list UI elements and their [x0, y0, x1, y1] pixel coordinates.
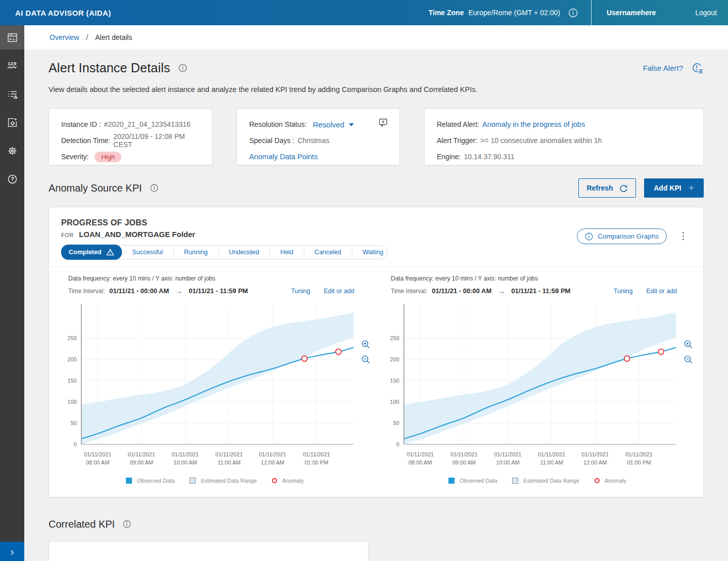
- svg-text:250: 250: [390, 335, 399, 341]
- svg-text:09:00 AM: 09:00 AM: [130, 459, 153, 465]
- false-alert-button[interactable]: False Alert?: [643, 62, 704, 74]
- zoom-out-icon[interactable]: [361, 355, 371, 364]
- page-title-info-icon[interactable]: [178, 64, 187, 72]
- tuning-link[interactable]: Tuning: [291, 288, 310, 295]
- sidebar-item-alert-list[interactable]: [0, 82, 24, 106]
- info-icon: [585, 232, 593, 241]
- anomaly-source-kpi-info-icon[interactable]: [150, 184, 158, 192]
- add-kpi-button[interactable]: Add KPI +: [644, 178, 704, 198]
- tab-waiting[interactable]: Waiting: [352, 245, 394, 259]
- severity-label: Severity:: [61, 153, 88, 161]
- correlated-kpi-card: [49, 541, 369, 561]
- sidebar-item-help[interactable]: ?: [0, 167, 24, 191]
- svg-text:150: 150: [390, 378, 399, 384]
- numbers-trend-icon: 123: [6, 60, 18, 72]
- time-zone-label: Time Zone: [429, 9, 464, 17]
- resolution-card: Resolution Status: Resolved Special Days…: [237, 109, 400, 165]
- svg-text:01/11/2021: 01/11/2021: [494, 451, 521, 457]
- legend-label: Estimated Data Range: [201, 478, 257, 484]
- plus-icon: +: [689, 182, 694, 194]
- time-zone-info-icon[interactable]: [568, 8, 578, 18]
- anomaly-source-kpi-card: PROGRESS OF JOBS FOR LOAN_AND_MORTGAGE F…: [49, 207, 704, 497]
- sidebar-item-kpi-metrics[interactable]: 123: [0, 54, 24, 78]
- engine-label: Engine:: [437, 153, 461, 161]
- help-icon: ?: [7, 173, 18, 185]
- overflow-menu-icon[interactable]: ⋮: [678, 230, 688, 242]
- zoom-out-icon[interactable]: [684, 355, 693, 364]
- svg-text:100: 100: [390, 399, 399, 405]
- add-kpi-label: Add KPI: [654, 184, 681, 192]
- anomaly-swatch: [595, 478, 600, 483]
- svg-text:250: 250: [68, 335, 77, 341]
- anomaly-point: [302, 356, 307, 361]
- svg-text:11:00 AM: 11:00 AM: [217, 459, 240, 465]
- chart-legend: Observed DataEstimated Data RangeAnomaly: [61, 478, 369, 484]
- severity-badge: High: [95, 152, 121, 162]
- correlated-kpi-info-icon[interactable]: [123, 520, 131, 528]
- breadcrumb-overview-link[interactable]: Overview: [50, 33, 79, 41]
- tab-held[interactable]: Held: [269, 245, 304, 259]
- sidebar-item-kpi-config[interactable]: [0, 110, 24, 134]
- edit-or-add-link[interactable]: Edit or add: [647, 288, 677, 295]
- tab-successful[interactable]: Successful: [122, 245, 173, 259]
- comparison-graphs-button[interactable]: Comparison Graphs: [577, 228, 667, 244]
- svg-text:10:00 AM: 10:00 AM: [496, 459, 519, 465]
- instance-id-value: #2020_21_04_1235413316: [104, 120, 191, 128]
- resolution-status-select[interactable]: Resolved: [313, 120, 354, 129]
- anomaly-data-points-link[interactable]: Anomaly Data Points: [249, 153, 317, 161]
- app-title: AI DATA ADVISOR (AIDA): [15, 9, 111, 17]
- sidebar-expand-button[interactable]: ›: [0, 542, 24, 561]
- logout-button[interactable]: Logout: [695, 9, 717, 17]
- kpi-line-chart: 05010015020025001/11/202108:00 AM01/11/2…: [384, 301, 691, 469]
- svg-text:01/11/2021: 01/11/2021: [450, 451, 478, 457]
- svg-text:01:00 PM: 01:00 PM: [304, 459, 328, 465]
- series-swatch: [512, 478, 518, 484]
- tab-running[interactable]: Running: [173, 245, 218, 259]
- series-swatch: [190, 478, 196, 484]
- resolution-status-label: Resolution Status:: [249, 120, 307, 128]
- time-interval-label: Time Interval:: [68, 288, 105, 295]
- svg-text:200: 200: [390, 356, 399, 362]
- tab-label: Completed: [69, 249, 102, 256]
- zoom-in-icon[interactable]: [684, 340, 693, 349]
- dashboard-icon: [7, 32, 18, 43]
- svg-text:01/11/2021: 01/11/2021: [84, 451, 111, 457]
- warning-icon: [106, 249, 114, 256]
- svg-text:12:00 AM: 12:00 AM: [583, 459, 607, 465]
- svg-text:50: 50: [71, 420, 77, 426]
- sidebar-item-dashboard[interactable]: [0, 25, 24, 50]
- tab-label: Canceled: [314, 249, 341, 256]
- svg-text:0: 0: [74, 441, 77, 447]
- legend-label: Estimated Data Range: [523, 478, 579, 484]
- svg-text:09:00 AM: 09:00 AM: [452, 459, 476, 465]
- sidebar: 123 ? ›: [0, 25, 24, 561]
- svg-text:?: ?: [11, 176, 14, 182]
- svg-text:01/11/2021: 01/11/2021: [215, 451, 243, 457]
- false-alert-label: False Alert?: [643, 64, 683, 72]
- chevron-down-icon: [349, 123, 354, 126]
- svg-text:50: 50: [393, 420, 399, 426]
- edit-or-add-link[interactable]: Edit or add: [324, 288, 354, 295]
- tab-undecided[interactable]: Undecided: [218, 245, 270, 259]
- sidebar-item-settings[interactable]: [0, 138, 24, 163]
- tab-label: Waiting: [362, 249, 383, 256]
- false-alert-icon: [691, 62, 704, 74]
- username[interactable]: Usernamehere: [607, 9, 656, 17]
- legend-label: Observed Data: [137, 478, 174, 484]
- tab-completed[interactable]: Completed: [61, 245, 122, 260]
- related-alert-link[interactable]: Anomaly in the progress of jobs: [482, 120, 585, 128]
- refresh-button[interactable]: Refresh: [578, 178, 636, 198]
- svg-text:08:00 AM: 08:00 AM: [86, 459, 109, 465]
- legend-item: Observed Data: [448, 478, 497, 484]
- anomaly-point: [658, 349, 664, 355]
- legend-item: Observed Data: [126, 478, 174, 484]
- add-comment-icon[interactable]: [379, 118, 388, 129]
- tab-canceled[interactable]: Canceled: [304, 245, 352, 259]
- comparison-graphs-label: Comparison Graphs: [598, 232, 659, 240]
- tuning-link[interactable]: Tuning: [614, 288, 633, 295]
- detection-time-value: 2020/11/09 - 12:08 PM CEST: [113, 132, 200, 149]
- tab-label: Running: [184, 249, 208, 256]
- special-days-value: Christmas: [297, 136, 329, 145]
- zoom-in-icon[interactable]: [361, 340, 371, 349]
- page-description: View details about the selected alert in…: [49, 85, 704, 93]
